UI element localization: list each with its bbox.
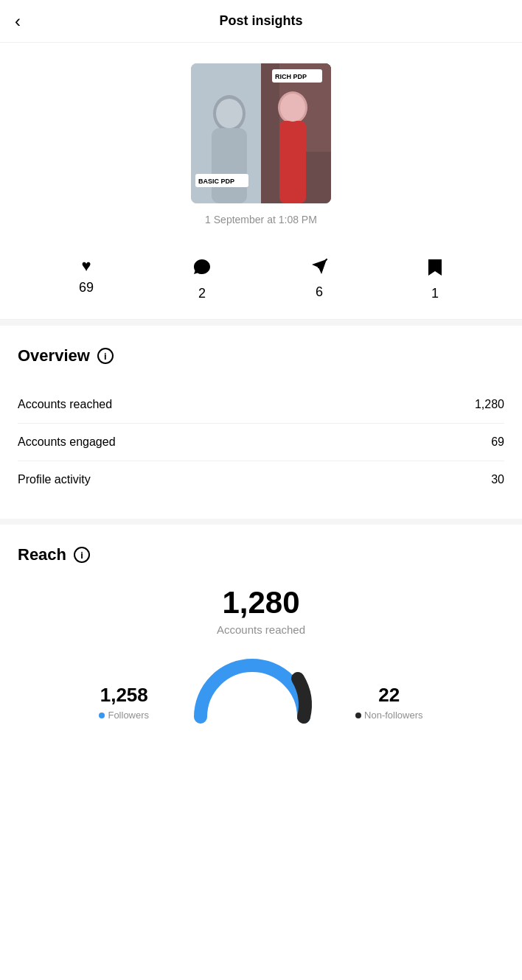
page-header: ‹ Post insights (0, 0, 522, 43)
share-icon (310, 258, 328, 279)
profile-activity-value: 30 (491, 473, 504, 486)
likes-value: 69 (79, 280, 94, 295)
reach-total-label: Accounts reached (18, 623, 504, 636)
svg-text:RICH PDP: RICH PDP (275, 73, 307, 80)
reach-title: Reach (18, 545, 66, 564)
accounts-engaged-value: 69 (491, 435, 504, 449)
shares-stat: 6 (310, 258, 328, 301)
section-divider-1 (0, 320, 522, 326)
overview-section: Overview i Accounts reached 1,280 Accoun… (0, 326, 522, 519)
non-followers-label: Non-followers (355, 710, 422, 721)
non-followers-stat: 22 Non-followers (355, 684, 422, 721)
stats-row: ♥ 69 2 6 1 (0, 240, 522, 320)
followers-value: 1,258 (100, 684, 148, 707)
heart-icon: ♥ (81, 258, 91, 274)
accounts-engaged-row[interactable]: Accounts engaged 69 (18, 424, 504, 461)
bookmark-icon (427, 258, 443, 280)
reach-info-icon[interactable]: i (74, 547, 90, 563)
accounts-reached-row[interactable]: Accounts reached 1,280 (18, 386, 504, 424)
accounts-reached-value: 1,280 (475, 398, 504, 411)
profile-activity-label: Profile activity (18, 473, 91, 486)
svg-rect-8 (279, 121, 306, 203)
reach-total-number: 1,280 (18, 585, 504, 620)
comment-icon (192, 258, 212, 280)
non-followers-dot (355, 713, 361, 718)
svg-rect-5 (212, 128, 247, 203)
saves-stat: 1 (427, 258, 443, 301)
post-area: BASIC PDP RICH PDP 1 September at 1:08 P… (0, 43, 522, 240)
section-divider-2 (0, 519, 522, 525)
followers-stat: 1,258 Followers (99, 684, 149, 721)
post-timestamp: 1 September at 1:08 PM (205, 214, 317, 225)
likes-stat: ♥ 69 (79, 258, 94, 301)
svg-text:BASIC PDP: BASIC PDP (198, 178, 234, 185)
followers-dot (99, 713, 105, 718)
saves-value: 1 (431, 286, 439, 301)
back-button[interactable]: ‹ (15, 11, 21, 32)
reach-chart-area: 1,258 Followers 22 No (18, 658, 504, 728)
accounts-reached-label: Accounts reached (18, 398, 112, 411)
non-followers-value: 22 (378, 684, 400, 707)
comments-value: 2 (198, 286, 206, 301)
followers-label: Followers (99, 710, 149, 721)
accounts-engaged-label: Accounts engaged (18, 435, 116, 449)
profile-activity-row[interactable]: Profile activity 30 (18, 461, 504, 498)
reach-header: Reach i (18, 545, 504, 564)
svg-point-9 (280, 94, 305, 122)
comments-stat: 2 (192, 258, 212, 301)
shares-value: 6 (316, 284, 323, 300)
post-image[interactable]: BASIC PDP RICH PDP (191, 63, 331, 203)
svg-point-6 (216, 99, 243, 128)
overview-header: Overview i (18, 346, 504, 365)
page-title: Post insights (219, 13, 302, 29)
donut-chart (193, 658, 311, 721)
reach-total-area: 1,280 Accounts reached (18, 585, 504, 636)
overview-title: Overview (18, 346, 90, 365)
reach-section: Reach i 1,280 Accounts reached 1,258 Fol… (0, 525, 522, 749)
donut-svg (193, 658, 311, 721)
overview-info-icon[interactable]: i (97, 348, 114, 364)
